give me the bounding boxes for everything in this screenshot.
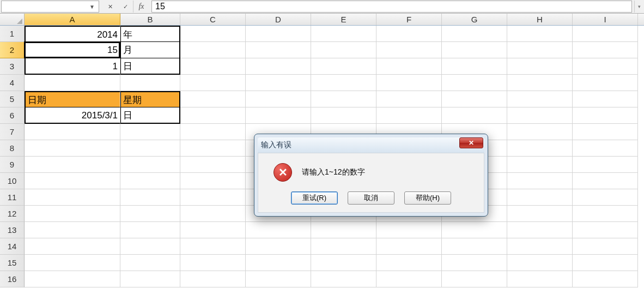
cell-H16[interactable] (507, 271, 573, 287)
row-header-7[interactable]: 7 (0, 124, 25, 140)
cell-A10[interactable] (25, 173, 120, 189)
cell-A12[interactable] (25, 206, 120, 222)
cell-H13[interactable] (507, 222, 573, 238)
cell-A15[interactable] (25, 255, 120, 271)
cell-H7[interactable] (507, 124, 573, 140)
cell-F13[interactable] (376, 222, 442, 238)
cell-E6[interactable] (311, 107, 376, 124)
cell-I1[interactable] (573, 26, 638, 42)
cell-G6[interactable] (442, 107, 507, 124)
cell-B4[interactable] (120, 75, 180, 91)
cell-H12[interactable] (507, 206, 573, 222)
cell-H3[interactable] (507, 58, 573, 75)
cell-I16[interactable] (573, 271, 638, 287)
cell-I5[interactable] (573, 91, 638, 107)
cell-F14[interactable] (376, 238, 442, 255)
cell-C16[interactable] (180, 271, 246, 287)
dialog-titlebar[interactable]: 输入有误 ✕ (258, 137, 484, 153)
formula-input[interactable]: 15 (151, 1, 632, 13)
cell-B13[interactable] (120, 222, 180, 238)
col-header-D[interactable]: D (246, 14, 311, 25)
cell-B1[interactable]: 年 (120, 26, 180, 42)
cell-I12[interactable] (573, 206, 638, 222)
cell-D15[interactable] (246, 255, 311, 271)
col-header-E[interactable]: E (311, 14, 376, 25)
cell-C5[interactable] (180, 91, 246, 107)
cell-E1[interactable] (311, 26, 376, 42)
cell-E13[interactable] (311, 222, 376, 238)
cell-D14[interactable] (246, 238, 311, 255)
cell-H9[interactable] (507, 157, 573, 173)
cell-A6[interactable]: 2015/3/1 (25, 107, 120, 124)
cancel-formula-icon[interactable]: ✕ (102, 1, 118, 13)
cell-A14[interactable] (25, 238, 120, 255)
cell-G5[interactable] (442, 91, 507, 107)
name-box[interactable]: ▼ (1, 1, 99, 13)
cell-D4[interactable] (246, 75, 311, 91)
cell-A16[interactable] (25, 271, 120, 287)
cell-B2[interactable]: 月 (120, 42, 180, 58)
row-header-11[interactable]: 11 (0, 189, 25, 206)
cell-C2[interactable] (180, 42, 246, 58)
row-header-1[interactable]: 1 (0, 26, 25, 42)
row-header-4[interactable]: 4 (0, 75, 25, 91)
cancel-button[interactable]: 取消 (348, 191, 394, 205)
cell-H4[interactable] (507, 75, 573, 91)
cell-D2[interactable] (246, 42, 311, 58)
row-header-9[interactable]: 9 (0, 157, 25, 173)
col-header-I[interactable]: I (573, 14, 638, 25)
formula-expand-icon[interactable]: ▾ (634, 1, 644, 13)
cell-G3[interactable] (442, 58, 507, 75)
cell-D6[interactable] (246, 107, 311, 124)
dialog-close-button[interactable]: ✕ (459, 137, 483, 148)
cell-I4[interactable] (573, 75, 638, 91)
cell-I13[interactable] (573, 222, 638, 238)
select-all-corner[interactable] (0, 14, 25, 25)
cell-A3[interactable]: 1 (25, 58, 120, 75)
row-header-15[interactable]: 15 (0, 255, 25, 271)
cell-H15[interactable] (507, 255, 573, 271)
cell-F15[interactable] (376, 255, 442, 271)
cell-C14[interactable] (180, 238, 246, 255)
row-header-6[interactable]: 6 (0, 107, 25, 124)
help-button[interactable]: 帮助(H) (404, 191, 451, 205)
cell-G13[interactable] (442, 222, 507, 238)
cell-A11[interactable] (25, 189, 120, 206)
cell-H2[interactable] (507, 42, 573, 58)
cell-D13[interactable] (246, 222, 311, 238)
row-header-5[interactable]: 5 (0, 91, 25, 107)
cell-F1[interactable] (376, 26, 442, 42)
cell-E3[interactable] (311, 58, 376, 75)
cell-C11[interactable] (180, 189, 246, 206)
cell-I7[interactable] (573, 124, 638, 140)
cell-F16[interactable] (376, 271, 442, 287)
cell-C15[interactable] (180, 255, 246, 271)
col-header-B[interactable]: B (120, 14, 180, 25)
col-header-F[interactable]: F (376, 14, 442, 25)
cell-G16[interactable] (442, 271, 507, 287)
col-header-G[interactable]: G (442, 14, 507, 25)
cell-D3[interactable] (246, 58, 311, 75)
cell-B10[interactable] (120, 173, 180, 189)
cell-B5[interactable]: 星期 (120, 91, 180, 107)
cell-B14[interactable] (120, 238, 180, 255)
cell-C9[interactable] (180, 157, 246, 173)
cell-A13[interactable] (25, 222, 120, 238)
cell-A5[interactable]: 日期 (25, 91, 120, 107)
col-header-H[interactable]: H (507, 14, 573, 25)
cell-A9[interactable] (25, 157, 120, 173)
retry-button[interactable]: 重试(R) (291, 191, 338, 205)
cell-B9[interactable] (120, 157, 180, 173)
row-header-14[interactable]: 14 (0, 238, 25, 255)
row-header-16[interactable]: 16 (0, 271, 25, 287)
cell-B16[interactable] (120, 271, 180, 287)
cell-B8[interactable] (120, 140, 180, 157)
cell-I11[interactable] (573, 189, 638, 206)
cell-E16[interactable] (311, 271, 376, 287)
row-header-10[interactable]: 10 (0, 173, 25, 189)
row-header-13[interactable]: 13 (0, 222, 25, 238)
cell-G15[interactable] (442, 255, 507, 271)
cell-D1[interactable] (246, 26, 311, 42)
cell-I2[interactable] (573, 42, 638, 58)
col-header-A[interactable]: A (25, 14, 120, 25)
